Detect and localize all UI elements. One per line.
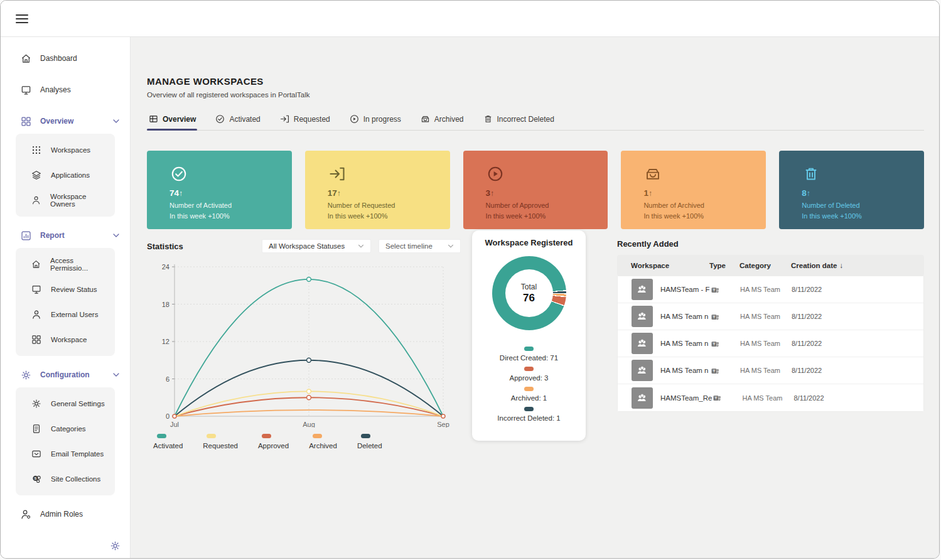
document-icon [31, 423, 42, 434]
chevron-down-icon[interactable] [111, 116, 121, 126]
select-value: All Workspace Statuses [269, 242, 345, 250]
sidebar-item-label: Dashboard [40, 54, 77, 63]
dots-grid-icon [31, 144, 42, 156]
stat-card-requested[interactable]: 17↑ Number of Requested In this week +10… [305, 151, 450, 229]
home-icon [31, 259, 41, 270]
workspace-status-select[interactable]: All Workspace Statuses [262, 239, 371, 253]
sidebar-item-dashboard[interactable]: Dashboard [1, 50, 130, 67]
tab-label: Archived [434, 115, 464, 124]
workspace-category: HA MS Team [740, 286, 792, 293]
person-gear-icon [20, 509, 32, 520]
legend-item[interactable]: Requested [203, 434, 238, 450]
person-icon [31, 195, 41, 206]
sidebar-item-site-collections[interactable]: Site Collections [16, 466, 115, 492]
stat-label: Number of Archived [643, 202, 766, 209]
line-chart: 06121824JulAugSep [147, 258, 461, 428]
settings-gear-icon[interactable] [109, 540, 121, 552]
table-row[interactable]: HAMSTeam_Re HA MS Team 8/11/2022 [618, 384, 923, 411]
svg-text:18: 18 [162, 301, 169, 308]
timeline-select[interactable]: Select timeline [379, 239, 461, 253]
grid-window-icon [148, 114, 159, 124]
col-creation-date[interactable]: Creation date [791, 262, 837, 269]
legend-label: Requested [203, 442, 238, 450]
tab-label: Overview [163, 115, 196, 124]
sidebar-item-analyses[interactable]: Analyses [1, 81, 130, 99]
workspace-avatar [632, 387, 653, 409]
chart-box-icon [20, 230, 32, 242]
sidebar-item-review-status[interactable]: Review Status [16, 277, 115, 302]
monitor-icon [31, 284, 42, 295]
line-chart-legend: ActivatedRequestedApprovedArchivedDelete… [153, 434, 461, 450]
stat-card-archived[interactable]: 1↑ Number of Archived In this week +100% [621, 151, 766, 229]
legend-item[interactable]: Archived [309, 434, 337, 450]
sort-desc-icon[interactable]: ↓ [840, 262, 844, 269]
workspace-creation-date: 8/11/2022 [793, 394, 923, 402]
col-workspace[interactable]: Workspace [631, 262, 669, 269]
sidebar-item-workspace-owners[interactable]: Workspace Owners [16, 188, 115, 213]
sidebar-item-label: Analyses [40, 85, 71, 94]
sidebar-item-label: Site Collections [51, 475, 100, 483]
tab-requested[interactable]: Requested [278, 114, 331, 130]
svg-text:Jul: Jul [170, 421, 179, 428]
teams-icon [710, 285, 719, 294]
sidebar-item-label: Applications [51, 171, 90, 179]
person-icon [31, 309, 42, 320]
stat-card-deleted[interactable]: 8↑ Number of Deleted In this week +100% [779, 151, 924, 229]
legend-item[interactable]: Activated [153, 434, 183, 450]
tab-incorrect-deleted[interactable]: Incorrect Deleted [481, 114, 556, 130]
tab-label: Requested [294, 115, 330, 124]
sidebar-item-admin-roles[interactable]: Admin Roles [1, 505, 130, 523]
legend-item[interactable]: Deleted [357, 434, 382, 450]
workspace-avatar [632, 279, 653, 300]
chevron-down-icon[interactable] [111, 230, 121, 240]
select-value: Select timeline [385, 242, 433, 250]
sidebar-item-access-permissions[interactable]: Access Permissio... [16, 252, 115, 277]
sidebar-item-label: Categories [51, 425, 86, 433]
sidebar-section-configuration[interactable]: Configuration [1, 366, 130, 384]
donut-legend-label: Approved: 3 [509, 374, 548, 382]
tab-label: In progress [363, 115, 401, 124]
trash-icon [483, 114, 493, 124]
sidebar-item-workspaces[interactable]: Workspaces [16, 137, 115, 163]
stat-cards: 74↑ Number of Activated In this week +10… [147, 151, 924, 229]
grid-icon [20, 116, 32, 127]
sidebar-item-external-users[interactable]: External Users [16, 302, 115, 327]
table-row[interactable]: HA MS Team n HA MS Team 8/11/2022 [618, 357, 923, 384]
legend-label: Archived [309, 442, 337, 450]
table-header: Workspace Type Category Creation date↓ [617, 255, 924, 276]
stat-card-approved[interactable]: 3↑ Number of Approved In this week +100% [463, 151, 608, 229]
sidebar-item-email-templates[interactable]: Email Templates [16, 441, 115, 466]
tab-overview[interactable]: Overview [147, 114, 197, 130]
legend-swatch [524, 347, 534, 351]
sidebar-item-workspace-report[interactable]: Workspace [16, 327, 115, 352]
teams-icon [710, 339, 719, 348]
svg-text:6: 6 [166, 375, 169, 383]
recently-added-panel: Recently Added Workspace Type Category C… [617, 239, 924, 412]
tab-archived[interactable]: Archived [419, 114, 465, 130]
tab-in-progress[interactable]: In progress [348, 114, 402, 130]
stat-card-activated[interactable]: 74↑ Number of Activated In this week +10… [147, 151, 292, 229]
sidebar-section-report[interactable]: Report [1, 227, 130, 244]
sidebar-item-categories[interactable]: Categories [16, 416, 115, 441]
workspace-avatar [632, 360, 653, 381]
stat-sublabel: In this week +100% [802, 212, 924, 220]
menu-icon[interactable] [16, 12, 28, 26]
sidebar-section-overview[interactable]: Overview [1, 112, 130, 130]
legend-item[interactable]: Approved [258, 434, 289, 450]
play-circle-icon [486, 164, 505, 183]
legend-label: Approved [258, 442, 289, 450]
legend-swatch [207, 434, 216, 438]
chevron-down-icon[interactable] [111, 370, 121, 380]
table-row[interactable]: HA MS Team n HA MS Team 8/11/2022 [618, 303, 923, 330]
table-row[interactable]: HA MS Team n HA MS Team 8/11/2022 [618, 330, 923, 357]
col-type[interactable]: Type [709, 262, 726, 269]
table-row[interactable]: HAMSTeam - F HA MS Team 8/11/2022 [618, 276, 923, 303]
sidebar-item-applications[interactable]: Applications [16, 163, 115, 188]
workspace-avatar [632, 333, 653, 354]
trash-icon [802, 164, 820, 183]
tab-activated[interactable]: Activated [213, 114, 261, 130]
svg-text:12: 12 [162, 338, 169, 345]
col-category[interactable]: Category [739, 262, 771, 269]
sidebar-item-general-settings[interactable]: General Settings [16, 391, 115, 416]
legend-swatch [524, 367, 534, 371]
